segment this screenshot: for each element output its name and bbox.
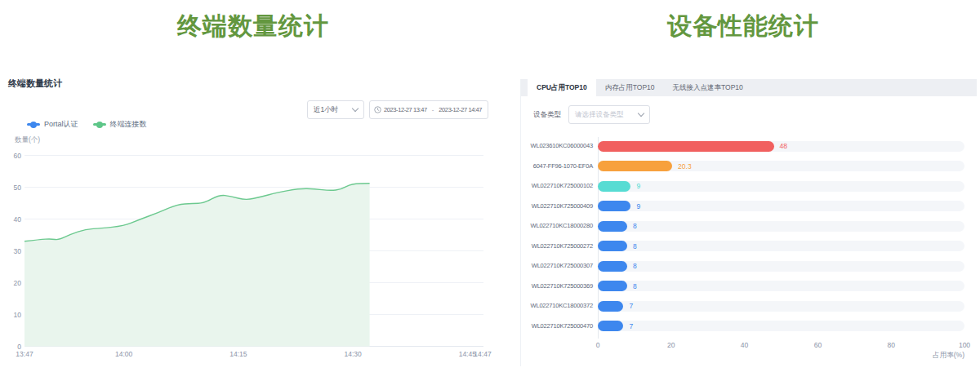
bar-track	[598, 301, 964, 312]
bar-value-label: 8	[633, 262, 637, 270]
bar-x-axis-tick: 60	[814, 341, 822, 349]
bar[interactable]	[598, 161, 672, 171]
device-name-label: WL023610KC06000043	[528, 142, 593, 149]
terminal-stats-panel: 终端数量统计 终端数量统计 近1小时 2023-12-27 13:47 - 20…	[0, 0, 506, 372]
device-name-label: WL022710K725000102	[528, 182, 593, 189]
bar-track	[598, 261, 964, 272]
bar-x-axis-label: 占用率(%)	[915, 351, 964, 361]
bar-x-axis-tick: 0	[596, 341, 600, 349]
bar-value-label: 48	[780, 142, 787, 150]
bar-track	[598, 181, 964, 192]
bar[interactable]	[598, 141, 774, 152]
device-name-label: 6047-FF96-1070-EF0A	[528, 162, 593, 170]
bar[interactable]	[598, 301, 623, 312]
bar[interactable]	[598, 281, 627, 291]
bar-track	[598, 221, 964, 232]
bar-value-label: 8	[633, 222, 637, 230]
bar-x-axis-tick: 80	[887, 341, 894, 349]
bar[interactable]	[598, 241, 627, 251]
device-performance-card: CPU占用TOP10内存占用TOP10无线接入点速率TOP10 设备类型 请选择…	[520, 79, 977, 366]
bar[interactable]	[598, 201, 630, 211]
right-page-title: 设备性能统计	[506, 10, 980, 43]
bar-track	[598, 321, 964, 331]
device-performance-panel: 设备性能统计 CPU占用TOP10内存占用TOP10无线接入点速率TOP10 设…	[506, 0, 980, 372]
bar-track	[598, 281, 964, 291]
bar-value-label: 8	[633, 242, 637, 250]
bar-track	[598, 201, 964, 211]
device-name-label: WL022710K725000307	[528, 262, 593, 269]
device-name-label: WL022710K725000409	[528, 202, 593, 210]
bar-value-label: 20.3	[678, 162, 692, 170]
bar-value-label: 9	[636, 182, 640, 190]
bar-x-axis-tick: 100	[959, 341, 970, 349]
bar-value-label: 8	[633, 282, 637, 290]
bar-value-label: 9	[636, 202, 640, 210]
device-name-label: WL022710K725000369	[528, 282, 593, 290]
device-name-label: WL022710KC18000280	[528, 222, 593, 229]
bar-value-label: 7	[629, 322, 633, 330]
device-name-label: WL022710K725000470	[528, 322, 593, 330]
device-name-label: WL022710K725000272	[528, 242, 593, 250]
bar-x-axis-tick: 20	[667, 341, 675, 349]
bar[interactable]	[598, 321, 623, 331]
device-name-label: WL022710KC18000372	[528, 302, 593, 309]
bar-value-label: 7	[629, 302, 633, 310]
bar-track	[598, 241, 964, 251]
cpu-top10-bar-chart: WL023610KC06000043486047-FF96-1070-EF0A2…	[521, 79, 977, 366]
bar[interactable]	[598, 261, 627, 272]
terminal-count-area-chart	[0, 0, 506, 372]
bar[interactable]	[598, 221, 627, 232]
bar-x-axis-tick: 40	[741, 341, 748, 349]
bar[interactable]	[598, 181, 630, 192]
dashboard: 终端数量统计 终端数量统计 近1小时 2023-12-27 13:47 - 20…	[0, 0, 980, 372]
